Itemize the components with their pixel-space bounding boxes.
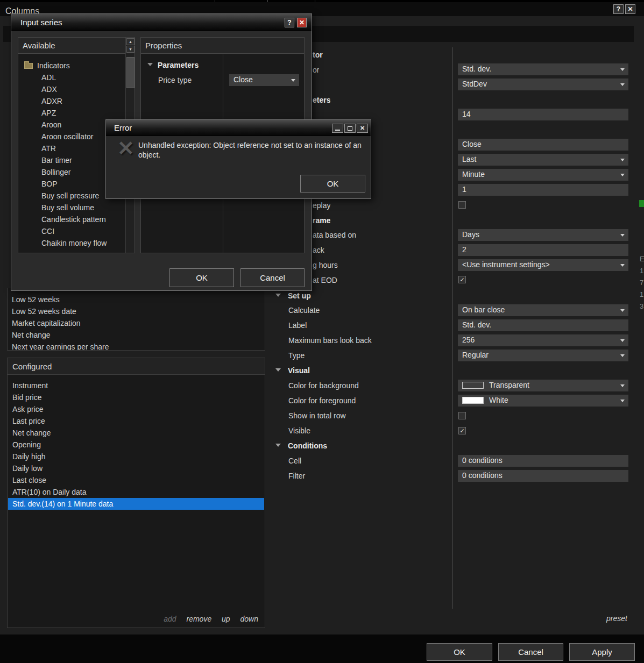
collapse-triangle-icon[interactable]	[147, 63, 153, 66]
chevron-down-icon	[620, 174, 625, 176]
break-at-eod-checkbox[interactable]: ✓	[458, 276, 466, 283]
transparent-swatch-icon	[462, 382, 484, 389]
list-item[interactable]: Net change	[8, 427, 264, 439]
list-item[interactable]: Daily low	[8, 462, 264, 474]
calculate-dropdown[interactable]: On bar close	[458, 304, 628, 316]
help-button[interactable]: ?	[613, 4, 624, 14]
collapse-triangle-icon[interactable]	[275, 294, 281, 297]
minimize-icon	[335, 130, 340, 131]
chevron-down-icon	[620, 400, 625, 402]
list-item[interactable]: Ask price	[8, 403, 264, 415]
collapse-triangle-icon[interactable]	[275, 444, 281, 447]
bar-type-dropdown[interactable]: Minute	[458, 169, 628, 181]
label-field[interactable]: Std. dev.	[458, 319, 628, 331]
maximize-button[interactable]	[344, 124, 356, 133]
list-item[interactable]: Opening	[8, 439, 264, 451]
help-button[interactable]: ?	[285, 18, 294, 27]
list-item[interactable]: Market capitalization	[8, 317, 265, 329]
up-link[interactable]: up	[222, 615, 230, 623]
days-back-field[interactable]: 2	[458, 244, 628, 256]
edge-artifact-text: 7	[640, 279, 644, 287]
ok-button[interactable]: OK	[427, 643, 492, 661]
bar-size-field[interactable]: 1	[458, 184, 628, 196]
scroll-up-icon[interactable]: ▲	[126, 38, 135, 45]
tree-item[interactable]: APZ	[19, 107, 125, 119]
ok-button[interactable]: OK	[169, 268, 234, 287]
down-link[interactable]: down	[240, 615, 258, 623]
cell-conditions-field[interactable]: 0 conditions	[458, 455, 628, 467]
type-dropdown[interactable]: Regular	[458, 350, 628, 361]
period-field[interactable]: 14	[458, 109, 628, 120]
list-item[interactable]: Daily high	[8, 451, 264, 462]
visual-heading: Visual	[288, 365, 310, 376]
max-bars-dropdown[interactable]: 256	[458, 334, 628, 346]
remove-link[interactable]: remove	[186, 615, 211, 623]
collapse-triangle-icon[interactable]	[275, 368, 281, 372]
color-foreground-dropdown[interactable]: White	[458, 395, 628, 407]
conditions-heading: Conditions	[288, 440, 327, 451]
data-based-on-label-fragment: ata based on	[313, 230, 356, 240]
chevron-down-icon	[620, 234, 625, 237]
tree-item[interactable]: CCI	[19, 225, 125, 237]
price-field[interactable]: Close	[458, 139, 628, 151]
list-item[interactable]: Last price	[8, 415, 264, 427]
show-in-total-row-checkbox[interactable]	[458, 412, 466, 419]
script-dropdown[interactable]: StdDev	[458, 79, 628, 90]
maximize-icon	[348, 126, 352, 131]
bar-value-dropdown[interactable]: Last	[458, 154, 628, 166]
tree-item[interactable]: ADXR	[19, 95, 125, 107]
data-based-on-dropdown[interactable]: Days	[458, 229, 628, 241]
scroll-down-icon[interactable]: ▼	[126, 46, 135, 53]
price-type-dropdown[interactable]: Close	[229, 74, 299, 86]
tree-item[interactable]: Buy sell volume	[19, 202, 125, 213]
scrollbar-thumb[interactable]	[126, 57, 135, 88]
indicator-dropdown[interactable]: Std. dev.	[458, 63, 628, 75]
color-background-label: Color for background	[288, 380, 359, 391]
setup-heading: Set up	[288, 290, 311, 301]
replay-label-fragment: eplay	[313, 200, 330, 211]
calculate-label: Calculate	[288, 305, 320, 316]
close-button[interactable]: ✕	[297, 18, 307, 27]
filter-label: Filter	[288, 470, 305, 481]
filter-conditions-field[interactable]: 0 conditions	[458, 470, 628, 482]
cell-label: Cell	[288, 455, 301, 466]
break-eod-label-fragment: at EOD	[313, 275, 337, 286]
visible-checkbox[interactable]: ✓	[458, 427, 466, 434]
minimize-button[interactable]	[332, 124, 343, 133]
tree-item[interactable]: Candlestick pattern	[19, 213, 125, 225]
edge-artifact-text: 1	[640, 267, 644, 275]
list-item[interactable]: Net change	[8, 329, 265, 341]
add-link[interactable]: add	[164, 615, 176, 623]
close-button[interactable]: ✕	[357, 124, 368, 133]
dialog-title: Input series	[20, 18, 62, 27]
trading-hours-label-fragment: g hours	[313, 260, 338, 270]
cancel-button[interactable]: Cancel	[498, 643, 563, 661]
ok-button[interactable]: OK	[300, 175, 365, 193]
color-background-dropdown[interactable]: Transparent	[458, 380, 628, 391]
configured-actions: add remove up down	[155, 615, 258, 623]
list-item[interactable]: Next year earnings per share	[8, 341, 265, 351]
list-item[interactable]: Low 52 weeks date	[8, 305, 265, 317]
tree-folder[interactable]: Indicators	[19, 60, 125, 72]
list-item[interactable]: ATR(10) on Daily data	[8, 486, 264, 498]
dialog-title: Error	[114, 123, 132, 132]
replay-checkbox[interactable]	[458, 201, 466, 209]
tree-item[interactable]: Chaikin money flow	[19, 237, 125, 249]
cancel-button[interactable]: Cancel	[240, 268, 305, 287]
apply-button[interactable]: Apply	[569, 643, 635, 661]
tree-item[interactable]: ADL	[19, 72, 125, 83]
list-item[interactable]: Bid price	[8, 391, 264, 403]
list-item[interactable]: Instrument	[8, 380, 264, 391]
tree-item[interactable]: ADX	[19, 83, 125, 95]
preset-link[interactable]: preset	[606, 614, 627, 623]
list-item-selected[interactable]: Std. dev.(14) on 1 Minute data	[8, 498, 264, 510]
white-swatch-icon	[462, 397, 484, 404]
parameters-heading-fragment: eters	[313, 95, 330, 105]
list-item[interactable]: Last close	[8, 474, 264, 486]
input-series-titlebar: Input series ? ✕	[11, 14, 312, 31]
columns-available-list: Low 52 weeks Low 52 weeks date Market ca…	[7, 288, 265, 351]
close-button[interactable]: ✕	[625, 4, 635, 14]
trading-hours-dropdown[interactable]: <Use instrument settings>	[458, 259, 628, 271]
chevron-down-icon	[620, 309, 625, 312]
list-item[interactable]: Low 52 weeks	[8, 294, 265, 305]
